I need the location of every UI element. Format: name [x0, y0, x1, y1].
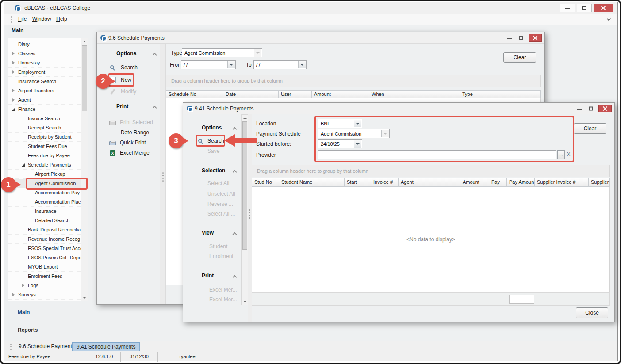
maximize-button-941[interactable] [585, 105, 597, 112]
tab-941-schedule-payments[interactable]: 9.41 Schedule Payments [72, 342, 140, 351]
tree-item-employment[interactable]: Employment [8, 68, 81, 77]
to-date-combobox[interactable]: / / [253, 60, 307, 69]
column-header[interactable]: Schedule No [166, 90, 223, 98]
view-section-header[interactable]: View [196, 229, 236, 238]
tree-item-agent[interactable]: Agent [8, 95, 81, 105]
from-date-combobox[interactable]: / / [181, 60, 236, 69]
scroll-up-icon[interactable] [81, 38, 88, 45]
search-action[interactable]: Search [110, 64, 154, 73]
expand-icon[interactable] [12, 70, 16, 74]
column-header[interactable]: When [369, 90, 460, 98]
dropdown-arrow-icon [300, 64, 304, 66]
type-combobox[interactable]: Agent Commission [182, 48, 262, 57]
column-header[interactable]: Pay Amount [507, 178, 535, 187]
tree-item-esos-prisms-coe[interactable]: ESOS Prisms CoE Deposi [8, 253, 81, 262]
nav-button-reports[interactable]: Reports [18, 327, 38, 333]
tree-item-fees-due-by-payee[interactable]: Fees due by Payee [8, 151, 81, 160]
close-button-941[interactable] [598, 105, 612, 112]
maximize-button[interactable] [577, 4, 592, 12]
close-button-96[interactable] [529, 34, 542, 42]
scroll-thumb[interactable] [82, 45, 87, 111]
tree-item-finance[interactable]: Finance [8, 105, 81, 114]
menu-window[interactable]: Window [31, 16, 53, 22]
tree-item-revenue-income[interactable]: Revenue Income Recog [8, 235, 81, 244]
date-range-action[interactable]: Date Range [109, 129, 158, 138]
column-header[interactable]: Amount [312, 90, 369, 98]
nav-button-main[interactable]: Main [18, 309, 30, 315]
tree-item-esos-special-trust[interactable]: ESOS Special Trust Acco [8, 244, 81, 253]
tree-item-receipts-by-student[interactable]: Receipts by Student [8, 133, 81, 142]
payment-schedule-label: Payment Schedule [256, 131, 301, 137]
minimize-button-941[interactable] [574, 105, 585, 112]
panel-splitter[interactable] [160, 44, 166, 304]
print-section-header[interactable]: Print [196, 272, 236, 281]
tab-96-schedule-payments[interactable]: 9.6 Schedule Payments [15, 342, 79, 351]
expand-icon[interactable] [12, 61, 16, 65]
scroll-down-icon[interactable] [242, 299, 248, 305]
options-section-header[interactable]: Options [196, 124, 236, 133]
clear-button-96[interactable]: Clear [503, 52, 536, 63]
tree-item-detailed-search[interactable]: Detailed Search [8, 216, 81, 225]
column-header[interactable]: Student Name [279, 178, 345, 187]
minimize-button-96[interactable] [504, 34, 515, 42]
scroll-down-icon[interactable] [81, 295, 88, 301]
tree-scrollbar[interactable] [81, 38, 88, 301]
menu-grip[interactable] [11, 16, 12, 23]
column-header[interactable]: Pay [489, 178, 507, 187]
minimize-button[interactable] [560, 4, 575, 12]
scroll-up-icon[interactable] [242, 115, 248, 121]
tree-item-airport-transfers[interactable]: Airport Transfers [8, 86, 81, 95]
expand-icon[interactable] [12, 293, 16, 297]
collapse-icon[interactable] [22, 163, 26, 167]
column-header[interactable]: User [279, 90, 312, 98]
window-icon [100, 35, 106, 41]
tree-item-accommodation-pay[interactable]: Accommodation Pay [8, 188, 81, 197]
titlebar-96[interactable]: 9.6 Schedule Payments [97, 32, 544, 44]
column-header[interactable]: Stud No [252, 178, 279, 187]
maximize-button-96[interactable] [515, 34, 527, 42]
column-header[interactable]: Supplier Inv [589, 178, 610, 187]
column-header[interactable]: Agent [399, 178, 460, 187]
collapse-icon[interactable] [12, 107, 16, 111]
excel-merge-action[interactable]: Excel Merge [109, 149, 158, 158]
tree-item-logs[interactable]: Logs [8, 281, 81, 290]
tree-item-receipt-search[interactable]: Receipt Search [8, 123, 81, 133]
column-header[interactable]: Date [223, 90, 279, 98]
tree-item-diary[interactable]: Diary [8, 40, 81, 49]
expand-icon[interactable] [12, 98, 16, 102]
clear-button-941[interactable]: Clear [574, 123, 606, 134]
tree-item-myob-export[interactable]: MYOB Export [8, 262, 81, 272]
column-header[interactable]: Type [460, 90, 541, 98]
tree-item-insurance-search[interactable]: Insurance Search [8, 77, 81, 86]
tree-item-classes[interactable]: Classes [8, 49, 81, 58]
tab-grip[interactable] [10, 344, 12, 350]
titlebar-941[interactable]: 9.41 Schedule Payments [183, 103, 614, 114]
dropdown-button[interactable] [227, 61, 235, 68]
tree-item-accommodation-plac[interactable]: Accommodation Plac [8, 197, 81, 207]
tree-item-insurance[interactable]: Insurance [8, 207, 81, 216]
tree-item-student-fees-due[interactable]: Student Fees Due [8, 142, 81, 151]
column-header[interactable]: Amount [460, 178, 489, 187]
close-button[interactable] [594, 4, 613, 12]
tree-item-invoice-search[interactable]: Invoice Search [8, 114, 81, 123]
column-header[interactable]: Supplier Invoice # [535, 178, 589, 187]
expand-icon[interactable] [12, 89, 16, 93]
print-section-header[interactable]: Print [110, 103, 156, 112]
column-header[interactable]: Invoice # [371, 178, 399, 187]
menu-help[interactable]: Help [54, 16, 69, 22]
expand-icon[interactable] [22, 284, 26, 288]
dropdown-button[interactable] [298, 61, 306, 68]
quick-print-action[interactable]: Quick Print [109, 139, 158, 148]
tree-item-homestay[interactable]: Homestay [8, 58, 81, 68]
expand-icon[interactable] [12, 52, 16, 56]
menu-file[interactable]: File [16, 16, 28, 22]
options-section-header[interactable]: Options [110, 50, 156, 59]
tree-item-surveys[interactable]: Surveys [8, 290, 81, 300]
column-header[interactable]: Start [345, 178, 371, 187]
chevron-down-icon[interactable] [607, 17, 611, 21]
tree-item-enrolment-fees[interactable]: Enrolment Fees [8, 272, 81, 281]
selection-section-header[interactable]: Selection [196, 167, 236, 176]
tree-item-bank-deposit[interactable]: Bank Deposit Reconciliat [8, 225, 81, 235]
close-window-button[interactable]: Close [576, 307, 608, 318]
tree-item-schedule-payments[interactable]: Schedule Payments [8, 160, 81, 170]
